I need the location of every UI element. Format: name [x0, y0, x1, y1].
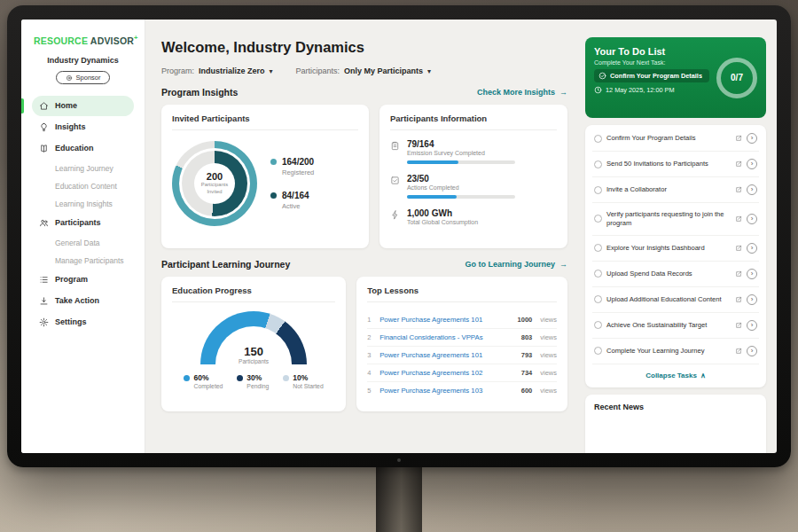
collapse-tasks-button[interactable]: Collapse Tasks ∧ — [592, 364, 759, 387]
donut-center-value: 200 — [207, 171, 223, 182]
sidebar-item-participants[interactable]: Participants — [32, 213, 134, 233]
lesson-link[interactable]: Power Purchase Agreements 101 — [379, 351, 515, 359]
chevron-down-icon: ▾ — [427, 67, 431, 75]
program-filter-dropdown[interactable]: Program: Industrialize Zero ▾ — [161, 66, 273, 75]
recent-news-title: Recent News — [594, 403, 757, 411]
lesson-link[interactable]: Financial Considerations - VPPAs — [379, 333, 515, 341]
chevron-right-icon[interactable]: › — [747, 320, 757, 331]
legend-item-completed: 60% Completed — [184, 373, 223, 389]
gauge-center: 150 Participants — [200, 345, 307, 364]
lesson-row: 3 Power Purchase Agreements 101 793 view… — [367, 347, 557, 364]
chevron-right-icon[interactable]: › — [747, 133, 757, 144]
gear-icon — [39, 317, 49, 327]
actions-completed-row: 23/50 Actions Completed — [390, 174, 557, 199]
program-insights-cards: Invited Participants 200 Participants In… — [161, 105, 567, 248]
sidebar-item-education[interactable]: Education — [32, 138, 134, 159]
emission-survey-progress-bar — [407, 160, 515, 164]
donut-legend: 164/200 Registered 84/164 Active — [270, 157, 314, 210]
section-title-learning-journey: Participant Learning Journey — [161, 259, 290, 270]
gauge-legend: 60% Completed 30% Pending 10% Not Starte… — [184, 373, 323, 389]
task-checkbox[interactable] — [594, 295, 602, 303]
task-row[interactable]: Explore Your Insights Dashboard › — [592, 236, 759, 262]
task-row[interactable]: Invite a Collaborator › — [592, 177, 759, 203]
legend-item-pending: 30% Pending — [237, 373, 269, 389]
external-link-icon — [735, 270, 742, 278]
task-row[interactable]: Confirm Your Program Details › — [592, 126, 759, 152]
chevron-right-icon[interactable]: › — [747, 184, 757, 195]
external-link-icon — [735, 215, 742, 223]
task-row[interactable]: Complete Your Learning Journey › — [592, 339, 759, 364]
program-insights-header: Program Insights Check More Insights → — [161, 87, 567, 98]
sidebar-item-home[interactable]: Home — [32, 96, 134, 116]
check-more-insights-link[interactable]: Check More Insights → — [477, 88, 567, 97]
task-checkbox[interactable] — [594, 135, 602, 143]
lesson-link[interactable]: Power Purchase Agreements 103 — [379, 387, 515, 395]
sidebar-item-manage-participants[interactable]: Manage Participants — [32, 252, 134, 270]
chevron-right-icon[interactable]: › — [747, 294, 757, 305]
task-checkbox[interactable] — [594, 160, 602, 168]
task-row[interactable]: Send 50 Invitations to Participants › — [592, 152, 759, 177]
sidebar-item-settings[interactable]: Settings — [32, 312, 134, 332]
chevron-right-icon[interactable]: › — [747, 159, 757, 169]
external-link-icon — [735, 245, 742, 252]
task-checkbox[interactable] — [594, 215, 602, 223]
sponsor-badge[interactable]: Sponsor — [56, 71, 111, 84]
chevron-right-icon[interactable]: › — [747, 214, 757, 224]
sidebar-item-label: Insights — [55, 122, 86, 131]
task-row[interactable]: Upload Spend Data Records › — [592, 262, 759, 287]
sidebar-item-education-content[interactable]: Education Content — [32, 177, 134, 195]
task-checkbox[interactable] — [594, 244, 602, 252]
task-checkbox[interactable] — [594, 347, 602, 355]
sidebar-item-label: Home — [55, 101, 77, 110]
sidebar-item-take-action[interactable]: Take Action — [32, 291, 134, 311]
chevron-right-icon[interactable]: › — [747, 346, 757, 356]
sidebar-item-label: Program — [55, 275, 88, 284]
sidebar-item-label: Participants — [55, 218, 101, 227]
book-icon — [39, 144, 49, 153]
external-link-icon — [735, 186, 742, 193]
recent-news-card: Recent News — [585, 395, 766, 453]
task-checkbox[interactable] — [594, 186, 602, 194]
sidebar-item-learning-insights[interactable]: Learning Insights — [32, 195, 134, 213]
sidebar-item-program[interactable]: Program — [32, 270, 134, 290]
lesson-link[interactable]: Power Purchase Agreements 101 — [379, 316, 511, 324]
next-task-pill[interactable]: Confirm Your Program Details — [594, 69, 709, 82]
arrow-right-icon: → — [559, 260, 567, 269]
sidebar-item-insights[interactable]: Insights — [32, 117, 134, 137]
task-row[interactable]: Achieve One Sustainability Target › — [592, 313, 759, 339]
program-filter-label: Program: — [161, 66, 194, 75]
go-to-learning-journey-link[interactable]: Go to Learning Journey → — [465, 260, 567, 269]
logo-plus: + — [134, 34, 138, 42]
program-filter-value: Industrialize Zero — [199, 66, 265, 75]
chevron-up-icon: ∧ — [700, 372, 706, 379]
chevron-down-icon: ▾ — [270, 67, 273, 75]
monitor-frame: RESOURCE ADVISOR+ Industry Dynamics Spon… — [7, 5, 791, 467]
chevron-right-icon[interactable]: › — [747, 243, 757, 254]
task-checkbox[interactable] — [594, 270, 602, 278]
participants-filter-dropdown[interactable]: Participants: Only My Participants ▾ — [296, 66, 432, 75]
todo-subtitle: Complete Your Next Task: — [594, 59, 709, 66]
todo-progress-ring: 0/7 — [716, 58, 757, 98]
invited-participants-card: Invited Participants 200 Participants In… — [161, 105, 369, 248]
legend-item-active: 84/164 Active — [270, 191, 314, 210]
download-arrow-icon — [39, 296, 49, 306]
learning-journey-header: Participant Learning Journey Go to Learn… — [161, 259, 567, 270]
legend-item-not-started: 10% Not Started — [283, 373, 323, 389]
education-progress-gauge-chart: 150 Participants — [200, 311, 307, 364]
lesson-link[interactable]: Power Purchase Agreements 102 — [379, 369, 515, 377]
progress-fill — [407, 195, 457, 199]
main-content: Welcome, Industry Dynamics Program: Indu… — [145, 20, 580, 453]
task-checkbox[interactable] — [594, 321, 602, 329]
chevron-right-icon[interactable]: › — [747, 269, 757, 279]
check-square-icon — [390, 176, 400, 185]
task-row[interactable]: Verify participants requesting to join t… — [592, 203, 759, 236]
task-row[interactable]: Upload Additional Educational Content › — [592, 287, 759, 313]
external-link-icon — [735, 296, 742, 303]
people-icon — [39, 218, 49, 228]
sidebar-item-general-data[interactable]: General Data — [32, 234, 134, 252]
card-title: Education Progress — [172, 286, 335, 302]
lesson-row: 2 Financial Considerations - VPPAs 803 v… — [367, 329, 557, 347]
card-title: Top Lessons — [367, 286, 557, 302]
sidebar-item-learning-journey[interactable]: Learning Journey — [32, 160, 134, 177]
list-icon — [39, 275, 49, 285]
